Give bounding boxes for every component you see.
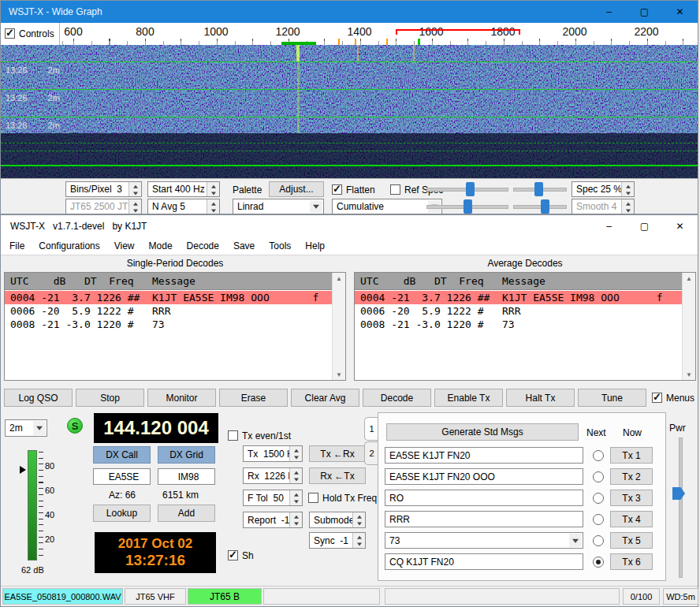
menu-mode[interactable]: Mode — [142, 238, 180, 254]
pwr-slider[interactable] — [672, 438, 687, 578]
status-indicator[interactable]: S — [67, 418, 83, 434]
menu-file[interactable]: File — [2, 238, 32, 254]
menus-checkbox[interactable]: Menus — [652, 392, 694, 404]
tx4-message-field[interactable]: RRR — [385, 511, 583, 527]
scroll-down-icon[interactable]: ▼ — [683, 369, 695, 380]
spinner-arrows-icon[interactable] — [289, 512, 302, 527]
slider-handle[interactable] — [672, 487, 685, 500]
spinner-arrows-icon[interactable] — [621, 199, 634, 214]
single-decodes-table[interactable]: UTC dB DT Freq Message 0004 -21 3.7 1226… — [4, 272, 346, 381]
decode-row[interactable]: 0004 -21 3.7 1226 ## K1JT EA5SE IM98 OOO… — [5, 291, 333, 304]
scroll-down-icon[interactable]: ▼ — [333, 369, 345, 380]
display-mode-combobox[interactable]: Cumulative — [332, 199, 442, 214]
halt-tx-button[interactable]: Halt Tx — [506, 389, 575, 407]
tune-button[interactable]: Tune — [578, 389, 646, 407]
hold-tx-freq-checkbox[interactable]: Hold Tx Freq — [308, 492, 377, 504]
tx4-now-button[interactable]: Tx 4 — [610, 511, 653, 527]
tx5-message-combobox[interactable]: 73 — [385, 532, 583, 549]
flatten-checkbox[interactable]: Flatten — [332, 184, 375, 196]
dx-call-button[interactable]: DX Call — [93, 446, 151, 464]
smooth-spinner[interactable]: Smooth 4 — [572, 199, 635, 214]
menu-save[interactable]: Save — [226, 238, 262, 254]
stop-button[interactable]: Stop — [76, 389, 144, 407]
lookup-button[interactable]: Lookup — [93, 505, 151, 522]
menu-tools[interactable]: Tools — [262, 238, 298, 254]
tx3-now-button[interactable]: Tx 3 — [610, 490, 653, 506]
bins-pixel-spinner[interactable]: Bins/Pixel 3 — [65, 181, 142, 197]
menu-decode[interactable]: Decode — [180, 238, 226, 254]
dx-call-field[interactable]: EA5SE — [93, 468, 151, 485]
spinner-arrows-icon[interactable] — [352, 512, 365, 527]
tx5-next-radio[interactable] — [593, 535, 604, 546]
clear-avg-button[interactable]: Clear Avg — [291, 389, 359, 407]
spinner-arrows-icon[interactable] — [289, 468, 302, 483]
submode-spinner[interactable]: Submode B — [309, 512, 366, 528]
scroll-up-icon[interactable]: ▲ — [683, 273, 695, 284]
decode-row[interactable]: 0006 -20 5.9 1222 # RRR — [355, 304, 683, 318]
rx-freq-spinner[interactable]: Rx 1226 Hz — [243, 467, 303, 484]
tab-1[interactable]: 1 — [364, 417, 378, 441]
tx4-next-radio[interactable] — [593, 514, 604, 525]
n-avg-spinner[interactable]: N Avg 5 — [147, 199, 220, 214]
scroll-up-icon[interactable]: ▲ — [333, 273, 345, 284]
start-freq-spinner[interactable]: Start 400 Hz — [147, 181, 220, 197]
slider-handle[interactable] — [541, 199, 549, 214]
tx2-now-button[interactable]: Tx 2 — [610, 468, 653, 485]
spec-percent-spinner[interactable]: Spec 25 % — [572, 181, 635, 197]
maximize-icon[interactable]: ▢ — [627, 215, 662, 237]
spinner-arrows-icon[interactable] — [128, 182, 141, 196]
jt65-jt9-split-spinner[interactable]: JT65 2500 JT9 — [65, 199, 142, 214]
band-combobox[interactable]: 2m — [5, 419, 47, 437]
tx6-next-radio[interactable] — [593, 557, 604, 568]
tx2-next-radio[interactable] — [593, 471, 604, 482]
menu-help[interactable]: Help — [298, 238, 332, 254]
spinner-arrows-icon[interactable] — [289, 446, 302, 461]
decode-row[interactable]: 0006 -20 5.9 1222 # RRR — [5, 304, 333, 318]
menu-view[interactable]: View — [107, 238, 142, 254]
tx-from-rx-button[interactable]: Tx ←Rx — [309, 445, 366, 462]
adjust-button[interactable]: Adjust... — [269, 181, 324, 197]
decode-row[interactable]: 0008 -21 -3.0 1220 # 73 — [5, 318, 333, 331]
spinner-arrows-icon[interactable] — [621, 182, 634, 196]
waterfall-display[interactable]: 13:26 2m 13:26 2m 13:26 2m — [1, 45, 698, 178]
average-decodes-table[interactable]: UTC dB DT Freq Message 0004 -21 3.7 1226… — [354, 272, 696, 381]
spinner-arrows-icon[interactable] — [207, 182, 219, 196]
enable-tx-button[interactable]: Enable Tx — [434, 389, 503, 407]
slider-handle[interactable] — [534, 182, 543, 196]
erase-button[interactable]: Erase — [219, 389, 288, 407]
spinner-arrows-icon[interactable] — [289, 490, 302, 505]
spinner-arrows-icon[interactable] — [128, 199, 141, 214]
controls-checkbox[interactable]: Controls — [5, 28, 54, 39]
slider-handle[interactable] — [464, 199, 472, 214]
monitor-button[interactable]: Monitor — [147, 389, 216, 407]
tx-freq-spinner[interactable]: Tx 1500 Hz — [243, 445, 303, 462]
tx2-message-field[interactable]: EA5SE K1JT FN20 OOO — [385, 468, 583, 485]
close-icon[interactable]: ✕ — [662, 215, 698, 237]
report-spinner[interactable]: Report -15 — [243, 512, 303, 528]
close-icon[interactable]: ✕ — [662, 1, 698, 23]
tab-2[interactable]: 2 — [364, 441, 378, 465]
decode-button[interactable]: Decode — [363, 389, 431, 407]
tx1-next-radio[interactable] — [593, 450, 604, 461]
spectrum-zero-slider[interactable] — [513, 199, 567, 214]
minimize-icon[interactable]: – — [591, 1, 627, 23]
dx-grid-button[interactable]: DX Grid — [158, 446, 215, 464]
tx1-message-field[interactable]: EA5SE K1JT FN20 — [385, 447, 583, 464]
log-qso-button[interactable]: Log QSO — [4, 389, 73, 407]
spinner-arrows-icon[interactable] — [207, 199, 219, 214]
waterfall-zero-slider[interactable] — [513, 181, 567, 197]
menu-configurations[interactable]: Configurations — [32, 238, 106, 254]
decode-row[interactable]: 0008 -21 -3.0 1220 # 73 — [355, 318, 683, 331]
f-tol-spinner[interactable]: F Tol 50 — [243, 490, 303, 506]
spinner-arrows-icon[interactable] — [352, 533, 365, 548]
spectrum-gain-slider[interactable] — [426, 199, 508, 214]
decode-row[interactable]: 0004 -21 3.7 1226 ## K1JT EA5SE IM98 OOO… — [355, 291, 683, 304]
tx6-message-field[interactable]: CQ K1JT FN20 — [385, 553, 583, 570]
tx-even-checkbox[interactable]: Tx even/1st — [228, 430, 291, 441]
palette-combobox[interactable]: Linrad — [233, 199, 324, 214]
scrollbar[interactable]: ▲ ▼ — [332, 273, 345, 380]
dx-grid-field[interactable]: IM98 — [158, 468, 215, 485]
generate-std-msgs-button[interactable]: Generate Std Msgs — [386, 423, 579, 441]
tx6-now-button[interactable]: Tx 6 — [610, 553, 653, 570]
sh-checkbox[interactable]: Sh — [228, 549, 254, 561]
